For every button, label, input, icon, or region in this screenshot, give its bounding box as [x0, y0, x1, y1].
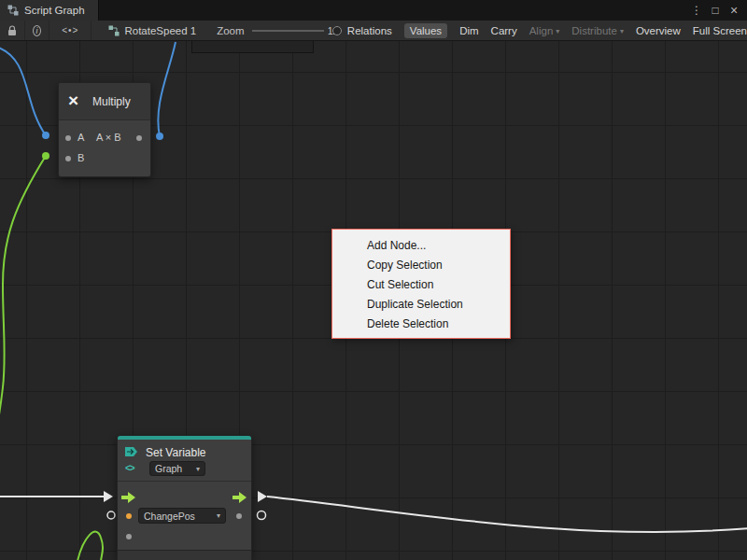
carry-button[interactable]: Carry	[491, 25, 517, 36]
zoom-slider[interactable]	[252, 25, 324, 36]
menu-item-copy-selection[interactable]: Copy Selection	[332, 256, 510, 275]
zoom-slider-knob[interactable]	[332, 26, 342, 35]
code-icon: <>	[125, 463, 134, 473]
dim-button[interactable]: Dim	[459, 25, 478, 36]
tab-title: Script Graph	[24, 5, 85, 16]
toolbar: i <•> RotateSpeed 1 Zoom 1x Relations Va…	[0, 21, 747, 41]
context-menu: Add Node... Copy Selection Cut Selection…	[331, 229, 511, 339]
toolbar-buttons: Relations Values Dim Carry Align ▾ Distr…	[338, 23, 747, 38]
node-bottom-section	[118, 550, 251, 560]
wire-green-endpoint[interactable]	[42, 152, 49, 160]
chevron-down-icon: ▾	[620, 27, 624, 35]
port-b-input[interactable]	[65, 156, 71, 161]
window-controls: ⋮ □ ×	[689, 0, 747, 21]
tab-script-graph[interactable]: Script Graph	[0, 0, 99, 21]
variable-scope-dropdown[interactable]: Graph ▾	[149, 461, 205, 476]
relations-button[interactable]: Relations	[347, 25, 392, 36]
more-menu-icon[interactable]: ⋮	[689, 4, 704, 17]
overview-button[interactable]: Overview	[636, 25, 681, 36]
fullscreen-button[interactable]: Full Screen	[693, 25, 747, 36]
variable-name-dropdown[interactable]: ChangePos ▾	[138, 508, 226, 524]
code-preview-icon[interactable]: <•>	[49, 21, 92, 41]
value-output-port[interactable]	[236, 513, 242, 519]
unconnected-port-ring-right[interactable]	[258, 511, 266, 520]
wire-blue-input-endpoint[interactable]	[42, 132, 49, 139]
flow-input-port[interactable]	[121, 492, 136, 503]
node-title: Set Variable	[146, 446, 205, 459]
wire-blue-output[interactable]	[158, 42, 176, 136]
wire-green-bottom[interactable]	[78, 532, 103, 560]
menu-item-duplicate-selection[interactable]: Duplicate Selection	[332, 295, 510, 315]
extra-input-port[interactable]	[126, 534, 132, 539]
flow-arrowhead-right	[258, 491, 267, 502]
port-a-input[interactable]	[65, 135, 71, 141]
port-output-label: A × B	[96, 132, 121, 143]
close-icon[interactable]: ×	[726, 3, 741, 18]
graph-asset[interactable]: RotateSpeed 1	[108, 25, 196, 36]
script-graph-window: Script Graph ⋮ □ × i <•> RotateSpeed 1	[0, 0, 747, 560]
menu-item-add-node[interactable]: Add Node...	[332, 236, 510, 256]
zoom-slider-track[interactable]	[252, 30, 324, 32]
set-variable-icon	[124, 445, 141, 458]
wire-white-output[interactable]	[267, 497, 747, 532]
node-accent-bar	[118, 436, 251, 440]
lock-icon[interactable]	[0, 21, 25, 41]
value-input-port[interactable]	[126, 513, 132, 519]
wire-blue-output-endpoint[interactable]	[156, 133, 163, 140]
chevron-down-icon: ▾	[217, 511, 220, 520]
port-a-label: A	[78, 132, 84, 143]
chevron-down-icon: ▾	[556, 27, 559, 35]
distribute-button[interactable]: Distribute ▾	[571, 25, 624, 36]
align-button[interactable]: Align ▾	[529, 25, 560, 36]
values-button[interactable]: Values	[404, 23, 447, 38]
script-graph-icon	[7, 5, 19, 16]
graph-name: RotateSpeed 1	[124, 25, 196, 36]
port-b-label: B	[78, 152, 84, 163]
node-multiply-header[interactable]: × Multiply	[59, 83, 150, 120]
title-bar: Script Graph ⋮ □ ×	[0, 0, 747, 21]
port-output[interactable]	[136, 135, 142, 141]
multiply-icon: ×	[68, 91, 78, 111]
unconnected-port-ring-left[interactable]	[107, 511, 115, 519]
chevron-down-icon: ▾	[196, 465, 200, 473]
flow-output-port[interactable]	[233, 492, 247, 503]
menu-item-delete-selection[interactable]: Delete Selection	[332, 315, 510, 334]
graph-canvas[interactable]: × Multiply A A × B B Set Variable <> Gra…	[0, 41, 747, 560]
divider	[118, 481, 251, 482]
wire-green-long[interactable]	[0, 156, 46, 467]
wire-blue-input[interactable]	[0, 47, 46, 135]
flow-arrowhead-left	[104, 491, 113, 502]
node-title: Multiply	[92, 95, 131, 108]
empty-popup-panel	[191, 41, 314, 53]
menu-item-cut-selection[interactable]: Cut Selection	[332, 275, 510, 295]
info-icon[interactable]: i	[25, 21, 49, 41]
maximize-icon[interactable]: □	[708, 4, 723, 17]
graph-asset-icon	[108, 25, 120, 36]
node-set-variable[interactable]: Set Variable <> Graph ▾ ChangePos ▾	[117, 435, 252, 560]
zoom-label: Zoom	[217, 25, 244, 36]
node-multiply[interactable]: × Multiply A A × B B	[58, 82, 151, 177]
